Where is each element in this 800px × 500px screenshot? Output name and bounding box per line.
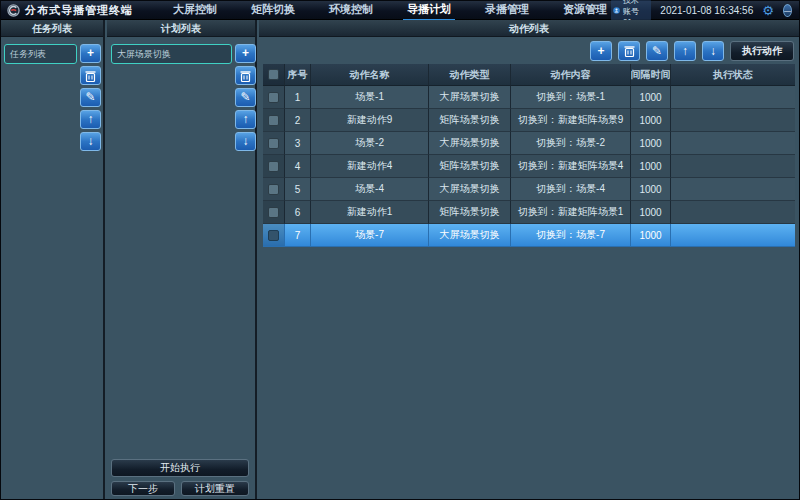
cell-no: 6 <box>285 201 311 224</box>
task-button-column: + ✎ ↑ ↓ <box>80 44 101 151</box>
action-add-button[interactable]: + <box>590 41 612 61</box>
minimize-button[interactable]: — <box>783 4 792 17</box>
cell-action-content: 切换到：场景-2 <box>511 132 631 155</box>
next-step-button[interactable]: 下一步 <box>111 481 175 496</box>
cell-no: 7 <box>285 224 311 247</box>
tab-recording-management[interactable]: 录播管理 <box>481 0 533 21</box>
cell-interval: 1000 <box>631 86 671 109</box>
tab-environment-control[interactable]: 环境控制 <box>325 0 377 21</box>
plan-list-panel: 计划列表 大屏场景切换 + ✎ ↑ ↓ 开始执行 下一步 计划重置 <box>107 20 257 499</box>
action-move-down-button[interactable]: ↓ <box>702 41 724 61</box>
action-list-panel: 动作列表 + ✎ ↑ ↓ 执行动作 序号 动作名称 动作类型 <box>259 20 799 499</box>
tab-broadcast-plan[interactable]: 导播计划 <box>403 0 455 21</box>
plan-move-down-button[interactable]: ↓ <box>235 132 256 151</box>
settings-gear-icon[interactable]: ⚙ <box>762 4 774 17</box>
cell-action-type: 大屏场景切换 <box>429 178 511 201</box>
table-row[interactable]: 5 场景-4 大屏场景切换 切换到：场景-4 1000 <box>263 178 795 201</box>
cell-action-name: 场景-2 <box>311 132 429 155</box>
tab-screen-control[interactable]: 大屏控制 <box>169 0 221 21</box>
start-execution-button[interactable]: 开始执行 <box>111 459 249 477</box>
arrow-up-icon: ↑ <box>682 43 688 60</box>
table-row-selected[interactable]: 7 场景-7 大屏场景切换 切换到：场景-7 1000 <box>263 224 795 247</box>
app-window: 分布式导播管理终端 大屏控制 矩阵切换 环境控制 导播计划 录播管理 资源管理 … <box>0 0 800 500</box>
cell-exec-status <box>671 178 795 201</box>
pen-icon: ✎ <box>652 43 662 60</box>
task-add-button[interactable]: + <box>80 44 101 63</box>
plus-icon: + <box>242 45 249 62</box>
table-row[interactable]: 6 新建动作1 矩阵场景切换 切换到：新建矩阵场景1 1000 <box>263 201 795 224</box>
cell-exec-status <box>671 201 795 224</box>
app-title: 分布式导播管理终端 <box>25 3 133 18</box>
column-header-action-type: 动作类型 <box>429 64 511 86</box>
plan-edit-button[interactable]: ✎ <box>235 88 256 107</box>
cell-action-name: 新建动作4 <box>311 155 429 178</box>
column-header-action-name: 动作名称 <box>311 64 429 86</box>
cell-action-content: 切换到：新建矩阵场景9 <box>511 109 631 132</box>
table-row[interactable]: 2 新建动作9 矩阵场景切换 切换到：新建矩阵场景9 1000 <box>263 109 795 132</box>
select-all-checkbox[interactable] <box>268 69 279 80</box>
plan-move-up-button[interactable]: ↑ <box>235 110 256 129</box>
plus-icon: + <box>597 43 604 60</box>
cell-action-name: 场景-7 <box>311 224 429 247</box>
task-move-up-button[interactable]: ↑ <box>80 110 101 129</box>
action-move-up-button[interactable]: ↑ <box>674 41 696 61</box>
tab-matrix-switch[interactable]: 矩阵切换 <box>247 0 299 21</box>
plan-reset-button[interactable]: 计划重置 <box>181 481 249 496</box>
cell-action-content: 切换到：场景-1 <box>511 86 631 109</box>
trash-icon <box>85 70 96 82</box>
cell-interval: 1000 <box>631 132 671 155</box>
table-header-row: 序号 动作名称 动作类型 动作内容 间隔时间 执行状态 <box>263 64 795 86</box>
cell-no: 2 <box>285 109 311 132</box>
cell-no: 1 <box>285 86 311 109</box>
task-move-down-button[interactable]: ↓ <box>80 132 101 151</box>
action-table: 序号 动作名称 动作类型 动作内容 间隔时间 执行状态 1 场景-1 大屏场景切… <box>263 64 795 247</box>
arrow-down-icon: ↓ <box>710 43 716 60</box>
plan-list-item[interactable]: 大屏场景切换 <box>111 44 232 64</box>
cell-action-type: 矩阵场景切换 <box>429 109 511 132</box>
tab-resource-management[interactable]: 资源管理 <box>559 0 611 21</box>
table-row[interactable]: 3 场景-2 大屏场景切换 切换到：场景-2 1000 <box>263 132 795 155</box>
cell-exec-status <box>671 132 795 155</box>
cell-exec-status <box>671 224 795 247</box>
task-delete-button[interactable] <box>80 66 101 85</box>
arrow-up-icon: ↑ <box>88 111 94 128</box>
trash-icon <box>624 45 635 57</box>
execute-action-button[interactable]: 执行动作 <box>730 41 794 61</box>
plan-button-column: + ✎ ↑ ↓ <box>235 44 256 151</box>
arrow-up-icon: ↑ <box>243 111 249 128</box>
cell-action-type: 大屏场景切换 <box>429 86 511 109</box>
row-checkbox[interactable] <box>268 207 279 218</box>
action-edit-button[interactable]: ✎ <box>646 41 668 61</box>
table-row[interactable]: 1 场景-1 大屏场景切换 切换到：场景-1 1000 <box>263 86 795 109</box>
cell-action-type: 矩阵场景切换 <box>429 201 511 224</box>
main-nav: 大屏控制 矩阵切换 环境控制 导播计划 录播管理 资源管理 <box>169 0 611 21</box>
plan-add-button[interactable]: + <box>235 44 256 63</box>
app-logo-icon <box>7 4 20 17</box>
cell-no: 5 <box>285 178 311 201</box>
column-header-interval: 间隔时间 <box>631 64 671 86</box>
arrow-down-icon: ↓ <box>243 133 249 150</box>
cell-action-name: 场景-1 <box>311 86 429 109</box>
action-panel-title: 动作列表 <box>259 20 799 37</box>
task-edit-button[interactable]: ✎ <box>80 88 101 107</box>
cell-exec-status <box>671 86 795 109</box>
row-checkbox[interactable] <box>268 184 279 195</box>
task-list-item[interactable]: 任务列表 <box>4 44 77 64</box>
trash-icon <box>240 70 251 82</box>
cell-interval: 1000 <box>631 201 671 224</box>
cell-action-name: 新建动作9 <box>311 109 429 132</box>
action-delete-button[interactable] <box>618 41 640 61</box>
row-checkbox[interactable] <box>268 115 279 126</box>
row-checkbox[interactable] <box>268 138 279 149</box>
row-checkbox[interactable] <box>268 161 279 172</box>
row-checkbox[interactable] <box>268 230 279 241</box>
row-checkbox[interactable] <box>268 92 279 103</box>
cell-action-content: 切换到：新建矩阵场景4 <box>511 155 631 178</box>
table-row[interactable]: 4 新建动作4 矩阵场景切换 切换到：新建矩阵场景4 1000 <box>263 155 795 178</box>
plan-delete-button[interactable] <box>235 66 256 85</box>
task-panel-title: 任务列表 <box>1 20 103 37</box>
column-header-no: 序号 <box>285 64 311 86</box>
user-icon <box>613 4 620 17</box>
cell-no: 3 <box>285 132 311 155</box>
datetime-display: 2021-01-08 16:34:56 <box>660 5 753 16</box>
